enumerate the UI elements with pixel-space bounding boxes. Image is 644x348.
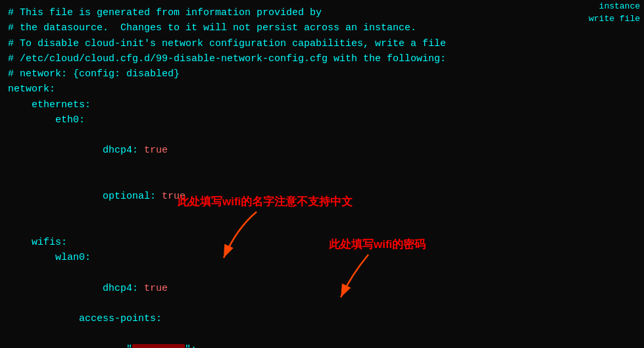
code-line-15: access-points: bbox=[8, 311, 636, 326]
wlan-dhcp4-val: true bbox=[144, 283, 168, 294]
code-line-13: wlan0: bbox=[8, 250, 636, 265]
optional-val: true bbox=[162, 191, 186, 202]
code-line-16: " ": bbox=[8, 326, 636, 348]
code-line-12: wifis: bbox=[8, 235, 636, 250]
code-line-3: # To disable cloud-init's network config… bbox=[8, 36, 636, 51]
code-line-8: eth0: bbox=[8, 112, 636, 128]
code-line-6: network: bbox=[8, 82, 636, 97]
code-line-4: # /etc/cloud/cloud.cfg.d/99-disable-netw… bbox=[8, 51, 636, 66]
ssid-indent: " bbox=[32, 344, 132, 349]
corner-labels: instance write file bbox=[585, 0, 644, 25]
ssid-end: ": bbox=[185, 344, 197, 349]
code-line-5: # network: {config: disabled} bbox=[8, 66, 636, 82]
code-line-10: optional: true bbox=[8, 174, 636, 220]
dhcp4-key: dhcp4: bbox=[32, 145, 144, 156]
code-line-7: ethernets: bbox=[8, 97, 636, 112]
corner-write-file: write file bbox=[585, 12, 644, 25]
dhcp4-val: true bbox=[144, 145, 168, 156]
optional-key: optional: bbox=[32, 191, 162, 202]
terminal: # This file is generated from informatio… bbox=[0, 0, 644, 348]
blank-line-1 bbox=[8, 220, 636, 235]
code-line-1: # This file is generated from informatio… bbox=[8, 5, 636, 20]
code-line-2: # the datasource. Changes to it will not… bbox=[8, 20, 636, 36]
wlan-dhcp4-key: dhcp4: bbox=[32, 283, 144, 294]
ssid-redacted bbox=[132, 344, 185, 348]
corner-instance: instance bbox=[595, 0, 644, 12]
code-line-14: dhcp4: true bbox=[8, 265, 636, 311]
code-line-9: dhcp4: true bbox=[8, 128, 636, 174]
